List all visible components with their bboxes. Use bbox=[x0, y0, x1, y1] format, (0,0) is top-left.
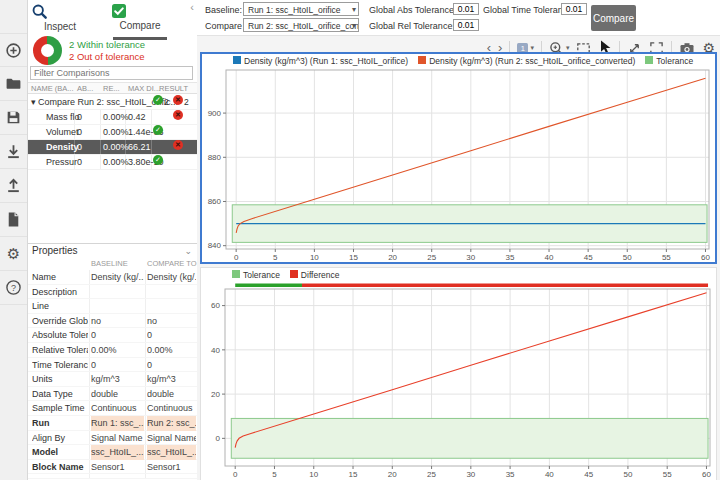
svg-text:55: 55 bbox=[662, 253, 671, 262]
compare-check-icon bbox=[111, 3, 127, 19]
legend-swatch bbox=[290, 270, 298, 278]
global-time-tolerance-input[interactable] bbox=[561, 3, 587, 15]
legend-item: Density (kg/m^3) (Run 1: ssc_HtoIL_orifi… bbox=[233, 56, 408, 66]
simulation-data-inspector-window: ⚙ ? Inspect Compare ‹ 2 Within tolerance… bbox=[0, 0, 720, 480]
tab-compare[interactable]: Compare bbox=[111, 3, 169, 31]
baseline-column-header: BASELINE bbox=[91, 259, 128, 268]
compare-value: ssc_HtoIL_... bbox=[147, 445, 196, 460]
left-panel: Inspect Compare ‹ 2 Within tolerance 2 O… bbox=[28, 0, 197, 480]
main-area: Baseline: Run 1: ssc_HtoIL_orifice Compa… bbox=[197, 0, 720, 480]
svg-text:10: 10 bbox=[310, 253, 319, 262]
download-arrow-icon bbox=[5, 143, 22, 160]
compare-value: Run 2: ssc_... bbox=[147, 416, 196, 431]
global-abs-tolerance-input[interactable] bbox=[453, 3, 479, 15]
svg-text:60: 60 bbox=[211, 301, 220, 310]
signal-row[interactable]: Density00.00%66.21✕ bbox=[28, 140, 197, 155]
pass-icon: ✓ bbox=[153, 95, 163, 105]
baseline-run-dropdown[interactable]: Run 1: ssc_HtoIL_orifice bbox=[243, 2, 359, 16]
legend-swatch bbox=[233, 56, 241, 64]
properties-panel: Properties ⌄ BASELINE COMPARE TO NameDen… bbox=[28, 243, 197, 480]
comparison-group-row[interactable]: ▾ Compare Run 2: ssc_HtoIL_orific...✓2✕2 bbox=[28, 95, 197, 110]
compare-value: double bbox=[147, 387, 196, 402]
column-header[interactable]: RESULT bbox=[159, 83, 188, 95]
svg-text:20: 20 bbox=[388, 253, 397, 262]
property-label: Model bbox=[32, 445, 88, 460]
property-row: Time Tolerance00 bbox=[28, 358, 197, 373]
compare-value: 0 bbox=[147, 358, 196, 373]
svg-text:25: 25 bbox=[427, 253, 436, 262]
legend-item: Difference bbox=[290, 270, 340, 280]
baseline-compare-plot[interactable]: 051015202530354045505560840860880900 bbox=[202, 68, 711, 262]
create-report-button[interactable] bbox=[0, 203, 27, 237]
svg-text:60: 60 bbox=[702, 470, 711, 479]
signal-row[interactable]: Volumet00.00%1.44e-03✓ bbox=[28, 125, 197, 140]
magnifier-icon bbox=[31, 3, 48, 20]
svg-text:900: 900 bbox=[208, 109, 222, 118]
svg-text:45: 45 bbox=[584, 253, 593, 262]
difference-plot[interactable]: 0510152025303540455055600204060 bbox=[201, 282, 714, 480]
compare-value: no bbox=[147, 314, 196, 329]
signal-row[interactable]: Pressur00.00%3.80e-10✓ bbox=[28, 155, 197, 170]
help-button[interactable]: ? bbox=[0, 271, 27, 305]
tolerance-donut-chart bbox=[33, 36, 62, 65]
property-label: Absolute Tolerance bbox=[32, 328, 88, 343]
open-button[interactable] bbox=[0, 67, 27, 101]
global-rel-tolerance-label: Global Rel Tolerance: bbox=[369, 21, 455, 31]
property-row: Sample TimeContinuousContinuous bbox=[28, 401, 197, 416]
column-header[interactable]: AB... bbox=[77, 83, 93, 95]
app-sidebar: ⚙ ? bbox=[0, 0, 28, 480]
compare-value: Density (kg/... bbox=[147, 270, 196, 285]
save-button[interactable] bbox=[0, 101, 27, 135]
legend-swatch bbox=[645, 56, 653, 64]
column-header[interactable]: MAX DI... bbox=[128, 83, 160, 95]
svg-text:10: 10 bbox=[309, 470, 318, 479]
collapse-properties-icon[interactable]: ⌄ bbox=[184, 244, 192, 258]
baseline-value: ssc_HtoIL_... bbox=[91, 445, 144, 460]
svg-text:880: 880 bbox=[208, 153, 222, 162]
collapse-panel-icon[interactable]: ‹ bbox=[190, 1, 194, 13]
compare-button[interactable]: Compare bbox=[591, 5, 636, 31]
baseline-label: Baseline: bbox=[205, 5, 242, 15]
tab-inspect[interactable]: Inspect bbox=[31, 3, 89, 32]
filter-comparisons-input[interactable] bbox=[30, 66, 193, 80]
svg-text:40: 40 bbox=[545, 253, 554, 262]
svg-text:35: 35 bbox=[506, 470, 515, 479]
property-label: Override Global T... bbox=[32, 314, 88, 329]
property-row: Absolute Tolerance00 bbox=[28, 328, 197, 343]
fail-icon: ✕ bbox=[173, 140, 183, 150]
add-run-button[interactable] bbox=[0, 33, 27, 67]
svg-text:0: 0 bbox=[234, 253, 239, 262]
property-label: Line bbox=[32, 299, 88, 314]
svg-text:45: 45 bbox=[584, 470, 593, 479]
property-row: Data Typedoubledouble bbox=[28, 387, 197, 402]
baseline-value: kg/m^3 bbox=[91, 372, 144, 387]
compare-to-run-dropdown[interactable]: Run 2: ssc_HtoIL_orifice_convert bbox=[243, 18, 359, 32]
upload-arrow-icon bbox=[5, 177, 22, 194]
c-rel: 0.00% bbox=[103, 155, 129, 170]
svg-text:?: ? bbox=[11, 283, 16, 293]
svg-text:0: 0 bbox=[233, 470, 238, 479]
baseline-value: Density (kg/... bbox=[91, 270, 144, 285]
column-header[interactable]: RE... bbox=[103, 83, 120, 95]
import-button[interactable] bbox=[0, 135, 27, 169]
signal-row[interactable]: Mass flo00.00%0.42✕ bbox=[28, 110, 197, 125]
property-label: Relative Tolerance bbox=[32, 343, 88, 358]
global-rel-tolerance-input[interactable] bbox=[453, 19, 479, 31]
preferences-button[interactable]: ⚙ bbox=[0, 237, 27, 271]
save-floppy-icon bbox=[5, 109, 22, 126]
svg-text:40: 40 bbox=[545, 470, 554, 479]
fail-icon: ✕ bbox=[173, 110, 183, 120]
svg-text:20: 20 bbox=[211, 390, 220, 399]
c-abs: 0 bbox=[77, 125, 82, 140]
c-name: Mass flo bbox=[46, 110, 80, 125]
property-label: Block Name bbox=[32, 460, 88, 475]
property-row: Relative Tolerance0.00%0.00% bbox=[28, 343, 197, 358]
compare-value: 0.00% bbox=[147, 343, 196, 358]
comparisons-table: ▾ Compare Run 2: ssc_HtoIL_orific...✓2✕2… bbox=[28, 95, 197, 170]
svg-text:50: 50 bbox=[623, 470, 632, 479]
property-label: Sample Time bbox=[32, 401, 88, 416]
export-button[interactable] bbox=[0, 169, 27, 203]
svg-text:5: 5 bbox=[272, 470, 277, 479]
column-header[interactable]: NAME (BA... bbox=[31, 83, 74, 95]
svg-text:0: 0 bbox=[216, 434, 221, 443]
